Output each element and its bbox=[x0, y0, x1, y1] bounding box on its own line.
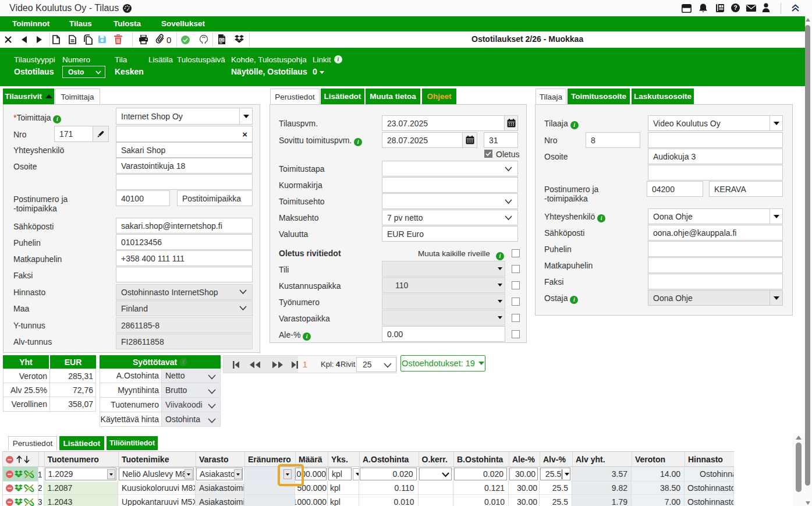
svg-text:?: ? bbox=[733, 4, 737, 11]
